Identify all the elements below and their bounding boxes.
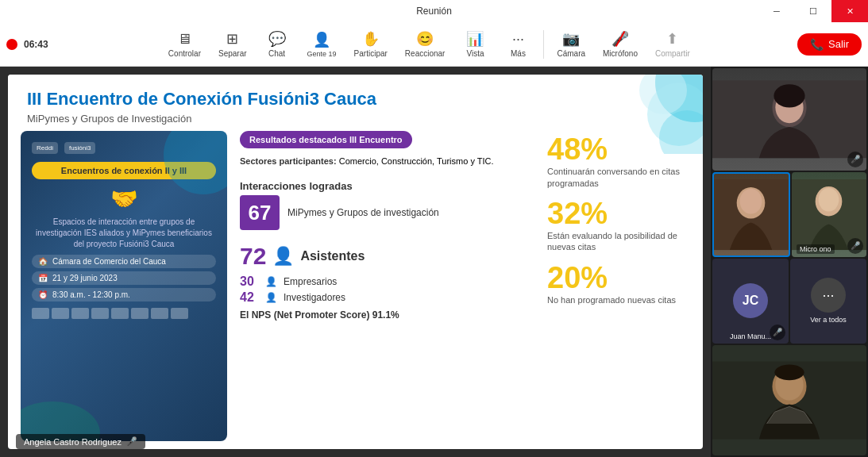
asistentes-label: Asistentes <box>300 249 365 263</box>
empresarios-row: 30 👤 Empresarios <box>240 275 534 289</box>
calendar-icon: 📅 <box>38 274 48 282</box>
stat-20-desc: No han programado nuevas citas <box>547 294 690 305</box>
slide-title: III Encuentro de Conexión Fusióni3 Cauca <box>27 89 684 109</box>
separar-label: Separar <box>218 49 247 58</box>
salir-label: Salir <box>828 38 849 50</box>
stat-48: 48% Continuarán conversando en citas pro… <box>547 134 690 189</box>
reaccionar-button[interactable]: 😊 Reaccionar <box>397 27 453 61</box>
logo-fusion: fusióni3 <box>64 142 96 154</box>
presenter-mic-icon: 🎤 <box>126 436 137 447</box>
interacciones-number: 67 <box>240 195 280 230</box>
chat-icon: 💬 <box>268 30 286 48</box>
controlar-button[interactable]: 🖥 Controlar <box>160 28 209 61</box>
close-button[interactable]: ✕ <box>831 0 868 22</box>
participar-label: Participar <box>354 49 388 58</box>
svg-rect-11 <box>714 179 789 250</box>
mini-logo-6 <box>131 308 149 319</box>
share-icon: ⬆ <box>666 30 678 48</box>
slide-body: Reddi fusióni3 Encuentros de conexión II… <box>8 131 703 449</box>
window-title: Reunión <box>416 6 452 17</box>
more-icon: ··· <box>512 31 524 48</box>
mic-off-line <box>615 31 626 47</box>
participant-tile-top[interactable]: 🎤 <box>712 68 866 171</box>
timer-display: 06:43 <box>24 39 48 50</box>
card-venue: Cámara de Comercio del Cauca <box>52 257 166 266</box>
stat-48-percent: 48% <box>547 134 690 164</box>
phone-icon: 📞 <box>810 38 824 51</box>
mini-logo-1 <box>32 308 49 319</box>
svg-point-18 <box>774 364 804 380</box>
empresarios-label: Empresarios <box>284 276 337 287</box>
stat-20-percent: 20% <box>547 263 690 293</box>
camera-button[interactable]: 📷 Cámara <box>549 27 593 61</box>
toolbar-divider <box>543 30 544 59</box>
investigadores-row: 42 👤 Investigadores <box>240 290 534 305</box>
mas-label: Más <box>511 49 526 58</box>
mini-logo-3 <box>71 308 89 319</box>
card-description: Espacios de interacción entre grupos de … <box>32 217 216 250</box>
vista-label: Vista <box>466 49 484 58</box>
vista-button[interactable]: 📊 Vista <box>454 27 496 61</box>
toolbar: 06:43 🖥 Controlar ⊞ Separar 💬 Chat 👤 Gen… <box>0 22 868 67</box>
share-button[interactable]: ⬆ Compartir <box>647 27 698 61</box>
slide-subtitle: MiPymes y Grupos de Investigación <box>27 113 684 125</box>
hand-icon: ✋ <box>362 30 380 48</box>
right-sidebar: 🎤 Micro ono 🎤 JC <box>711 67 868 457</box>
card-dates-row: 📅 21 y 29 junio 2023 <box>32 271 216 285</box>
ver-todos-label: Ver a todos <box>810 316 847 324</box>
salir-button[interactable]: 📞 Salir <box>797 33 862 56</box>
svg-point-7 <box>773 84 804 107</box>
participant-tile-bottom-row: JC Juan Manu... 🎤 ··· Ver a todos <box>712 259 866 344</box>
participant-tile-mid-right[interactable]: Micro ono 🎤 <box>792 172 866 257</box>
presentation-slide: III Encuentro de Conexión Fusióni3 Cauca… <box>8 75 703 449</box>
participant-mid-right-mic: 🎤 <box>847 238 863 254</box>
microphone-label: Micrófono <box>603 49 638 58</box>
chat-label: Chat <box>268 49 285 58</box>
stat-32: 32% Están evaluando la posibilidad de nu… <box>547 198 690 253</box>
card-time: 8:30 a.m. - 12:30 p.m. <box>52 290 130 299</box>
interacciones-desc: MiPymes y Grupos de investigación <box>287 206 439 220</box>
mini-logo-7 <box>151 308 168 319</box>
home-icon: 🏠 <box>38 257 48 266</box>
chat-button[interactable]: 💬 Chat <box>257 27 298 61</box>
nps-row: El NPS (Net Promoter Score) 91.1% <box>240 309 534 321</box>
ver-todos-tile[interactable]: ··· Ver a todos <box>790 259 866 344</box>
participant-tile-mid-left[interactable] <box>712 172 790 257</box>
camera-label: Cámara <box>557 49 585 58</box>
gente-button[interactable]: 👤 Gente 19 <box>299 28 345 61</box>
asistentes-row: 72 👤 Asistentes <box>240 243 534 270</box>
interacciones-title: Interacciones logradas <box>240 180 534 192</box>
people-icon: 👤 <box>313 31 330 48</box>
interacciones-row: 67 MiPymes y Grupos de investigación <box>240 195 534 230</box>
participant-mid-right-name: Micro ono <box>797 244 835 254</box>
results-header: Resultados destacados III Encuentro <box>240 131 412 148</box>
presenter-name-bar: Angela Castro Rodriguez 🎤 <box>16 434 145 449</box>
maximize-button[interactable]: ☐ <box>795 0 831 22</box>
ver-todos-icon: ··· <box>811 278 846 313</box>
window-controls[interactable]: ─ ☐ ✕ <box>758 0 868 22</box>
mas-button[interactable]: ··· Más <box>497 28 538 61</box>
empresarios-icon: 👤 <box>265 276 277 287</box>
separar-button[interactable]: ⊞ Separar <box>210 27 255 61</box>
gente-label: Gente 19 <box>307 50 337 58</box>
toolbar-left: 06:43 <box>6 39 48 50</box>
participant-tile-jc[interactable]: JC Juan Manu... 🎤 <box>712 259 789 344</box>
slide-header: III Encuentro de Conexión Fusióni3 Cauca… <box>8 75 703 131</box>
microphone-button[interactable]: 🎤 Micrófono <box>595 27 646 61</box>
stat-48-desc: Continuarán conversando en citas program… <box>547 166 690 189</box>
mic-icon-wrapper: 🎤 <box>611 30 629 48</box>
stat-32-desc: Están evaluando la posibilidad de nuevas… <box>547 230 690 253</box>
mini-logo-8 <box>171 308 188 319</box>
participant-tile-bottom[interactable] <box>712 345 866 455</box>
minimize-button[interactable]: ─ <box>758 0 795 22</box>
participar-button[interactable]: ✋ Participar <box>346 27 395 61</box>
clock-icon: ⏰ <box>38 290 48 299</box>
sectores-value: Comercio, Construcción, Turismo y TIC. <box>339 156 494 166</box>
reaccionar-label: Reaccionar <box>405 49 446 58</box>
stat-32-percent: 32% <box>547 198 690 228</box>
participant-tile-mid-row: Micro ono 🎤 <box>712 172 866 257</box>
participant-top-mic-badge: 🎤 <box>847 152 863 167</box>
emoji-icon: 😊 <box>416 30 434 48</box>
monitor-icon: 🖥 <box>177 31 191 48</box>
nps-label: El NPS (Net Promoter Score) <box>240 309 369 321</box>
